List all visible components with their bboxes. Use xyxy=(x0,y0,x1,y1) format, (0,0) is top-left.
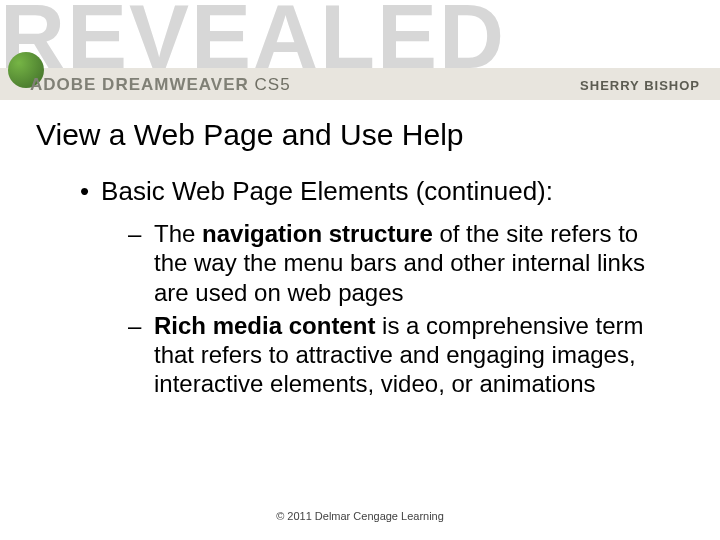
product-title: ADOBE DREAMWEAVER CS5 xyxy=(30,75,291,95)
list-item: – Rich media content is a comprehensive … xyxy=(128,311,684,399)
banner: REVEALED ADOBE DREAMWEAVER CS5 SHERRY BI… xyxy=(0,0,720,100)
item1-bold: navigation structure xyxy=(202,220,433,247)
item2-bold: Rich media content xyxy=(154,312,375,339)
slide-content: View a Web Page and Use Help • Basic Web… xyxy=(0,100,720,399)
product-prefix: ADOBE DREAMWEAVER xyxy=(30,75,249,94)
bullet-level2-list: – The navigation structure of the site r… xyxy=(128,219,684,399)
level2-text-2: Rich media content is a comprehensive te… xyxy=(154,311,674,399)
level2-text-1: The navigation structure of the site ref… xyxy=(154,219,674,307)
footer-copyright: © 2011 Delmar Cengage Learning xyxy=(0,510,720,522)
author-name: SHERRY BISHOP xyxy=(580,78,700,93)
level1-text: Basic Web Page Elements (continued): xyxy=(101,176,553,207)
dash-icon: – xyxy=(128,312,144,340)
item1-pre: The xyxy=(154,220,202,247)
dash-icon: – xyxy=(128,220,144,248)
list-item: – The navigation structure of the site r… xyxy=(128,219,684,307)
bullet-level1: • Basic Web Page Elements (continued): xyxy=(80,176,684,207)
product-suffix: CS5 xyxy=(255,75,291,94)
slide-title: View a Web Page and Use Help xyxy=(36,118,684,152)
bullet-dot-icon: • xyxy=(80,178,89,204)
